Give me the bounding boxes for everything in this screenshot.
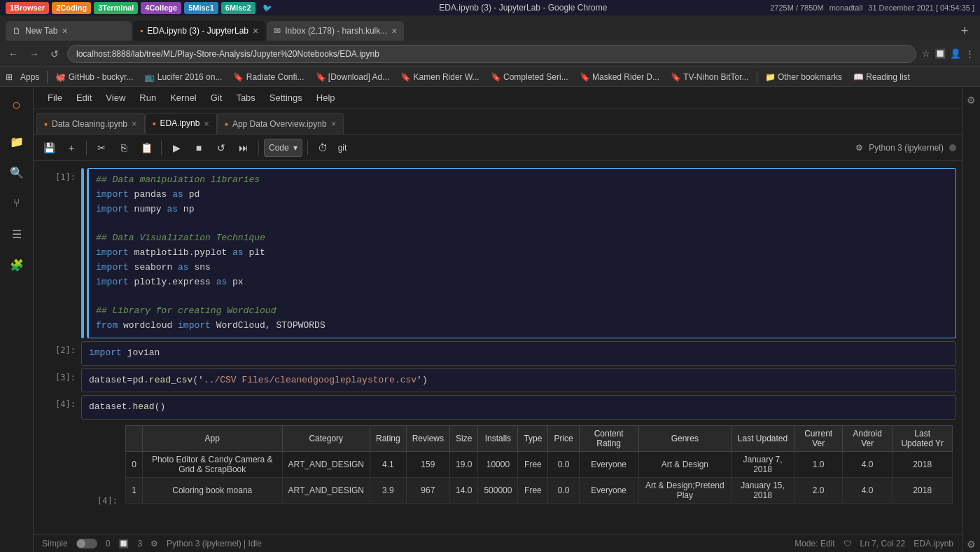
inbox-tab-close[interactable]: × — [391, 25, 397, 36]
cell-4-content[interactable]: dataset.head() — [81, 395, 956, 420]
menu-kernel[interactable]: Kernel — [164, 90, 202, 106]
bm-kamen[interactable]: 🔖 Kamen Rider W... — [397, 71, 482, 83]
extension-icon[interactable]: 🔲 — [934, 48, 946, 59]
ext-tab-bird[interactable]: 🐦 — [258, 2, 276, 14]
code-normal: pandas — [129, 189, 172, 200]
toolbar-separator-1 — [86, 141, 87, 155]
code-keyword: as — [167, 204, 178, 214]
th-app: App — [143, 426, 282, 452]
td-rating-0: 4.1 — [370, 452, 406, 478]
td-androidver-1: 4.0 — [843, 478, 892, 504]
profile-icon[interactable]: 👤 — [950, 48, 961, 59]
cut-button[interactable]: ✂ — [92, 139, 111, 157]
url-input[interactable]: localhost:8888/lab/tree/ML/Play-Store-An… — [67, 45, 916, 63]
forward-button[interactable]: → — [27, 47, 42, 61]
ext-tab-1browser[interactable]: 1Browser — [6, 2, 49, 14]
paste-button[interactable]: 📋 — [136, 139, 156, 157]
newtab-close[interactable]: × — [62, 25, 67, 36]
right-sidebar-settings[interactable]: ⚙ — [964, 92, 979, 108]
menu-git[interactable]: Git — [205, 90, 228, 106]
output-4-number: [4]: — [81, 492, 123, 506]
th-content-rating: Content Rating — [579, 426, 638, 452]
clock-button[interactable]: ⏱ — [313, 139, 332, 157]
notebook-tab-eda[interactable]: ▪ EDA.ipynb × — [145, 113, 217, 134]
cell-type-dropdown[interactable]: Code ▾ — [264, 139, 302, 157]
bm-radiate[interactable]: 🔖 Radiate Confi... — [230, 71, 307, 83]
bm-other-bookmarks[interactable]: 📁 Other bookmarks — [762, 71, 846, 83]
ext-tab-6misc2[interactable]: 6Misc2 — [221, 2, 255, 14]
cell-1-content[interactable]: ## Data manipulation libraries import pa… — [87, 168, 956, 338]
add-cell-button[interactable]: + — [62, 139, 81, 157]
menu-settings[interactable]: Settings — [264, 90, 308, 106]
td-price-0: 0.0 — [548, 452, 579, 478]
datacleaning-tab-label: Data Cleaning.ipynb — [52, 119, 127, 129]
right-sidebar-settings-2[interactable]: ⚙ — [964, 537, 979, 552]
bookmark-icon[interactable]: ☆ — [922, 48, 930, 59]
browser-tab-inbox[interactable]: ✉ Inbox (2,178) - harsh.kulk... × — [267, 21, 404, 41]
output-4-table-wrapper[interactable]: App Category Rating Reviews Size Install… — [125, 422, 953, 504]
back-button[interactable]: ← — [6, 47, 21, 61]
copy-button[interactable]: ⎘ — [114, 139, 134, 157]
cell-3-content[interactable]: dataset=pd.read_csv('../CSV Files/cleane… — [81, 368, 956, 393]
notebook-tab-datacleaning[interactable]: ▪ Data Cleaning.ipynb × — [36, 113, 145, 134]
new-tab-button[interactable]: + — [955, 21, 974, 41]
td-genres-0: Art & Design — [638, 452, 732, 478]
ext-tab-4college[interactable]: 4College — [141, 2, 181, 14]
bm-apps[interactable]: Apps — [17, 71, 43, 83]
menu-tabs[interactable]: Tabs — [230, 90, 260, 106]
bookmarks-bar: ⊞ Apps 🐙 GitHub - buckyr... 📺 Lucifer 20… — [0, 67, 980, 87]
browser-tab-jupyter[interactable]: ▪ EDA.ipynb (3) - JupyterLab × — [133, 21, 265, 41]
sidebar-icon-search[interactable]: 🔍 — [4, 160, 29, 185]
bm-download[interactable]: 🔖 [Download] Ad... — [312, 71, 393, 83]
ext-tab-2coding[interactable]: 2Coding — [52, 2, 91, 14]
menu-edit[interactable]: Edit — [71, 90, 97, 106]
code-keyword: import — [89, 347, 122, 358]
ext-tab-5misc1[interactable]: 5Misc1 — [184, 2, 218, 14]
cell-2: [2]: import jovian — [34, 341, 962, 366]
bm-masked[interactable]: 🔖 Masked Rider D... — [576, 71, 663, 83]
sidebar-icon-extensions[interactable]: 🧩 — [4, 252, 29, 277]
stop-button[interactable]: ■ — [189, 139, 209, 157]
appdata-tab-close[interactable]: × — [331, 118, 337, 129]
code-keyword: as — [172, 189, 183, 200]
datacleaning-tab-close[interactable]: × — [132, 118, 137, 129]
save-button[interactable]: 💾 — [39, 139, 59, 157]
runall-button[interactable]: ⏭ — [234, 139, 253, 157]
cell-2-content[interactable]: import jovian — [81, 341, 956, 366]
bm-github[interactable]: 🐙 GitHub - buckyr... — [52, 71, 136, 83]
menu-icon[interactable]: ⋮ — [965, 48, 974, 59]
cog-icon[interactable]: ⚙ — [150, 539, 158, 548]
browser-tab-newtab[interactable]: 🗋 New Tab × — [6, 21, 132, 41]
menu-file[interactable]: File — [42, 90, 68, 106]
td-index-1: 1 — [126, 478, 143, 504]
sidebar-icon-files[interactable]: 📁 — [4, 129, 29, 154]
sidebar-icon-commands[interactable]: ☰ — [4, 221, 29, 247]
ext-tab-3terminal[interactable]: 3Terminal — [94, 2, 138, 14]
jupyter-menubar: File Edit View Run Kernel Git Tabs Setti… — [34, 87, 962, 109]
status-right: Mode: Edit 🛡 Ln 7, Col 22 EDA.ipynb — [794, 539, 953, 548]
code-keyword: as — [178, 262, 189, 272]
simple-toggle[interactable] — [76, 539, 97, 548]
eda-tab-close[interactable]: × — [204, 118, 209, 129]
jupyter-tab-close[interactable]: × — [253, 25, 258, 36]
cell-1-number: [1]: — [39, 168, 81, 338]
jupyter-body: ○ 📁 🔍 ⑂ ☰ 🧩 File Edit View Run Kernel Gi… — [0, 87, 980, 552]
bm-tvnihon[interactable]: 🔖 TV-Nihon BitTor... — [667, 71, 752, 83]
notebook-tab-appdata[interactable]: ▪ App Data Overview.ipynb × — [217, 113, 344, 134]
menu-help[interactable]: Help — [311, 90, 341, 106]
notebook-content[interactable]: [1]: ## Data manipulation libraries impo… — [34, 161, 962, 534]
restart-button[interactable]: ↺ — [211, 139, 231, 157]
kernel-settings-icon[interactable]: ⚙ — [855, 143, 863, 153]
bm-lucifer[interactable]: 📺 Lucifer 2016 on... — [141, 71, 225, 83]
code-normal: dataset. — [89, 401, 132, 412]
apps-icon: ⊞ — [6, 72, 13, 82]
sidebar-icon-git[interactable]: ⑂ — [4, 191, 29, 216]
td-currentver-1: 2.0 — [794, 478, 842, 504]
run-button[interactable]: ▶ — [167, 139, 186, 157]
menu-run[interactable]: Run — [134, 90, 162, 106]
reload-button[interactable]: ↺ — [48, 47, 62, 61]
bm-completed[interactable]: 🔖 Completed Seri... — [487, 71, 572, 83]
bm-reading-list[interactable]: 📖 Reading list — [850, 71, 913, 83]
menu-view[interactable]: View — [100, 90, 131, 106]
code-normal: (' — [192, 375, 204, 385]
